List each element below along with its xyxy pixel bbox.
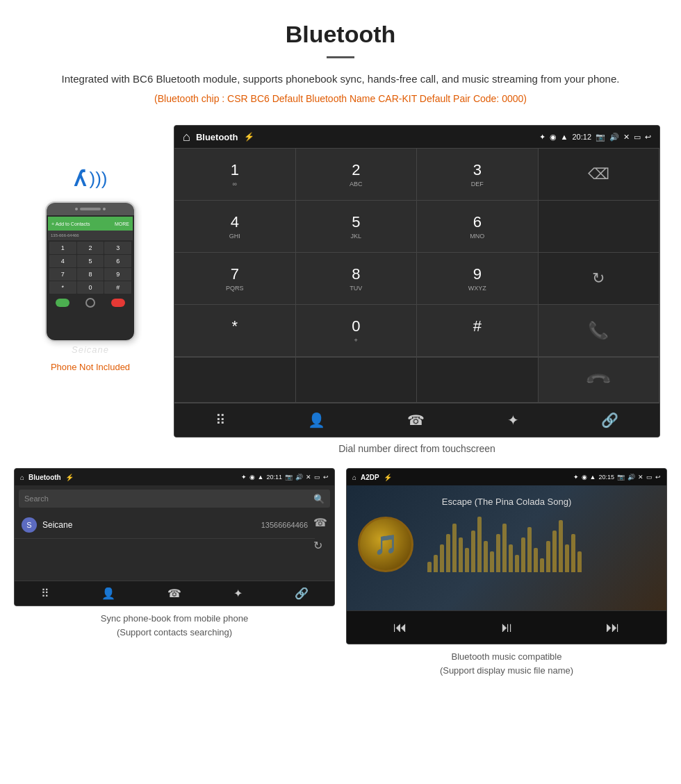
pb-body: S Seicane 13566664466 ☎ ↻ bbox=[15, 512, 334, 539]
bottom-nav-bluetooth-icon[interactable]: ✦ bbox=[507, 412, 519, 428]
prev-track-icon[interactable]: ⏮ bbox=[393, 619, 407, 635]
pb-loc-icon: ◉ bbox=[249, 474, 255, 481]
pb-search-placeholder: Search bbox=[24, 494, 313, 503]
pb-side-phone-icon[interactable]: ☎ bbox=[313, 516, 327, 529]
next-track-icon[interactable]: ⏭ bbox=[606, 619, 620, 635]
dial-key-6[interactable]: 6MNO bbox=[417, 201, 539, 253]
pb-side-refresh-icon[interactable]: ↻ bbox=[313, 539, 327, 552]
pb-app-title: Bluetooth bbox=[28, 474, 61, 481]
bottom-nav-phone-icon[interactable]: ☎ bbox=[407, 412, 425, 428]
pb-nav-link[interactable]: 🔗 bbox=[295, 587, 309, 600]
back-icon[interactable]: ↩ bbox=[645, 133, 651, 142]
visualizer-bar bbox=[546, 541, 550, 572]
music-signal-icon: ▲ bbox=[590, 474, 596, 481]
phone-key-3[interactable]: 3 bbox=[104, 242, 131, 254]
bottom-nav-link-icon[interactable]: 🔗 bbox=[601, 412, 618, 428]
visualizer-bar bbox=[434, 555, 438, 572]
phone-key-8[interactable]: 8 bbox=[77, 268, 104, 281]
pb-search-icon[interactable]: 🔍 bbox=[313, 494, 325, 504]
music-close-icon[interactable]: ✕ bbox=[638, 474, 643, 481]
pb-back-icon[interactable]: ↩ bbox=[323, 474, 329, 481]
extra-empty-1 bbox=[174, 358, 296, 403]
pb-window-icon[interactable]: ▭ bbox=[314, 474, 320, 481]
phone-key-0[interactable]: 0 bbox=[77, 281, 104, 294]
phone-key-5[interactable]: 5 bbox=[77, 255, 104, 267]
phone-key-6[interactable]: 6 bbox=[104, 255, 131, 267]
phonebook-android-screen: ⌂ Bluetooth ⚡ ✦ ◉ ▲ 20:11 📷 🔊 ✕ ▭ ↩ bbox=[14, 468, 335, 606]
backspace-key[interactable]: ⌫ bbox=[539, 149, 660, 201]
end-call-key[interactable]: 📞 bbox=[539, 358, 660, 403]
dial-key-8[interactable]: 8TUV bbox=[296, 253, 418, 305]
android-dialpad-screen: ⌂ Bluetooth ⚡ ✦ ◉ ▲ 20:12 📷 🔊 ✕ ▭ ↩ bbox=[174, 125, 660, 437]
phone-key-7[interactable]: 7 bbox=[49, 268, 76, 281]
phone-key-1[interactable]: 1 bbox=[49, 242, 76, 254]
dial-key-7[interactable]: 7PQRS bbox=[174, 253, 296, 305]
bluetooth-float: ʎ ))) bbox=[74, 167, 108, 191]
pb-contact-area: S Seicane 13566664466 bbox=[15, 512, 315, 539]
pb-contact-avatar: S bbox=[22, 517, 37, 533]
dial-key-2[interactable]: 2ABC bbox=[296, 149, 418, 201]
pb-spacer bbox=[15, 539, 334, 581]
phonebook-caption: Sync phone-book from mobile phone(Suppor… bbox=[14, 612, 335, 639]
home-icon[interactable]: ⌂ bbox=[183, 130, 190, 144]
phone-call-button[interactable] bbox=[56, 299, 69, 307]
phone-key-4[interactable]: 4 bbox=[49, 255, 76, 267]
visualizer-bar bbox=[465, 548, 469, 572]
visualizer-bar bbox=[571, 534, 575, 572]
extra-row: 📞 bbox=[174, 357, 659, 403]
phone-dialpad: 1 2 3 4 5 6 7 8 9 * 0 # bbox=[48, 240, 133, 295]
phone-end-button[interactable] bbox=[111, 299, 125, 307]
music-caption: Bluetooth music compatible(Support displ… bbox=[346, 650, 667, 677]
pb-contact-row[interactable]: S Seicane 13566664466 bbox=[15, 512, 315, 539]
dial-key-1[interactable]: 1∞ bbox=[174, 149, 296, 201]
dial-key-3[interactable]: 3DEF bbox=[417, 149, 539, 201]
music-back-icon[interactable]: ↩ bbox=[655, 474, 661, 481]
dial-key-0[interactable]: 0+ bbox=[296, 305, 418, 357]
refresh-key[interactable]: ↻ bbox=[539, 253, 660, 305]
music-body: Escape (The Pina Colada Song) 🎵 bbox=[347, 485, 666, 610]
bottom-nav-person-icon[interactable]: 👤 bbox=[308, 412, 325, 428]
phone-sensor-dot bbox=[103, 208, 106, 210]
phone-key-star[interactable]: * bbox=[49, 281, 76, 294]
phone-key-hash[interactable]: # bbox=[104, 281, 131, 294]
music-android-screen: ⌂ A2DP ⚡ ✦ ◉ ▲ 20:15 📷 🔊 ✕ ▭ ↩ Esca bbox=[346, 468, 667, 644]
dial-key-star[interactable]: * bbox=[174, 305, 296, 357]
dial-key-hash[interactable]: # bbox=[417, 305, 539, 357]
music-screen-section: ⌂ A2DP ⚡ ✦ ◉ ▲ 20:15 📷 🔊 ✕ ▭ ↩ Esca bbox=[346, 468, 667, 677]
dial-key-5[interactable]: 5JKL bbox=[296, 201, 418, 253]
phone-key-9[interactable]: 9 bbox=[104, 268, 131, 281]
dial-key-9[interactable]: 9WXYZ bbox=[417, 253, 539, 305]
visualizer-bar bbox=[452, 524, 457, 572]
pb-time: 20:11 bbox=[266, 474, 282, 481]
visualizer-bar bbox=[490, 551, 494, 572]
call-key[interactable]: 📞 bbox=[539, 305, 660, 357]
play-pause-icon[interactable]: ⏯ bbox=[500, 619, 514, 635]
phone-key-2[interactable]: 2 bbox=[77, 242, 104, 254]
pb-search-bar[interactable]: Search 🔍 bbox=[19, 490, 330, 508]
pb-side-actions: ☎ ↻ bbox=[309, 512, 331, 556]
pb-nav-person[interactable]: 👤 bbox=[101, 587, 115, 600]
music-bt-icon: ✦ bbox=[573, 474, 579, 481]
visualizer-bar bbox=[565, 544, 569, 572]
music-usb-icon: ⚡ bbox=[384, 474, 392, 481]
window-icon[interactable]: ▭ bbox=[634, 133, 641, 142]
music-window-icon[interactable]: ▭ bbox=[646, 474, 653, 481]
location-icon: ◉ bbox=[550, 133, 557, 142]
pb-nav-bluetooth[interactable]: ✦ bbox=[233, 587, 243, 600]
phone-home-button[interactable] bbox=[85, 298, 95, 308]
music-home-icon[interactable]: ⌂ bbox=[352, 474, 356, 481]
dial-key-4[interactable]: 4GHI bbox=[174, 201, 296, 253]
visualizer-bar bbox=[559, 520, 563, 572]
pb-nav-dialpad[interactable]: ⠿ bbox=[41, 587, 49, 600]
close-icon[interactable]: ✕ bbox=[623, 133, 630, 142]
extra-empty-3 bbox=[417, 358, 539, 403]
pb-home-icon[interactable]: ⌂ bbox=[20, 474, 24, 481]
phone-screen-header: + Add to Contacts MORE bbox=[48, 217, 133, 231]
extra-empty-2 bbox=[296, 358, 418, 403]
statusbar-right-dialpad: ✦ ◉ ▲ 20:12 📷 🔊 ✕ ▭ ↩ bbox=[539, 133, 651, 142]
time-display-dialpad: 20:12 bbox=[572, 133, 591, 141]
bottom-nav-dialpad-icon[interactable]: ⠿ bbox=[215, 412, 226, 428]
pb-nav-phone[interactable]: ☎ bbox=[167, 587, 181, 600]
pb-close-icon[interactable]: ✕ bbox=[306, 474, 311, 481]
visualizer-bar bbox=[471, 531, 475, 572]
